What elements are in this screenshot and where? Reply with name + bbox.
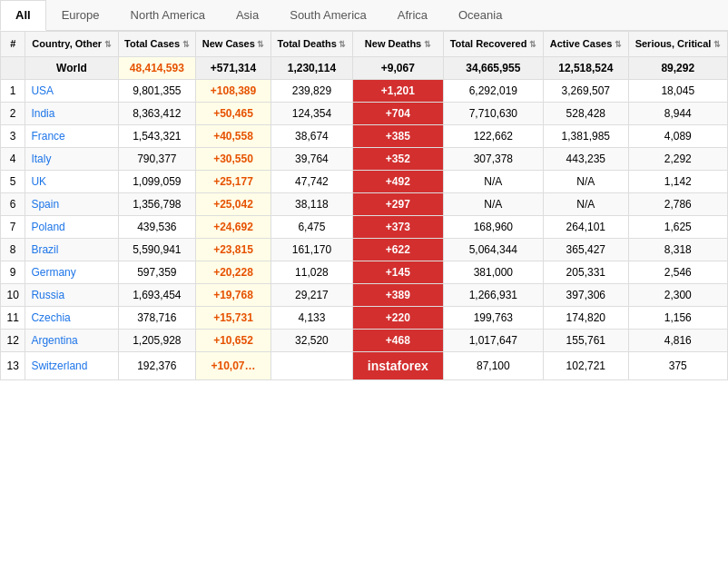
- nav-tab-africa[interactable]: Africa: [382, 0, 443, 30]
- nav-tab-asia[interactable]: Asia: [221, 0, 274, 30]
- country-link[interactable]: Czechia: [31, 311, 70, 324]
- col-header--: #: [1, 32, 25, 57]
- covid-table: #Country, OtherTotal CasesNew CasesTotal…: [0, 31, 728, 380]
- table-row: 1USA9,801,355+108,389239,829+1,2016,292,…: [1, 79, 728, 102]
- col-header-total-recovered[interactable]: Total Recovered: [443, 32, 543, 57]
- country-link[interactable]: Poland: [31, 221, 64, 233]
- world-row: World48,414,593+571,3141,230,114+9,06734…: [1, 56, 728, 79]
- nav-tab-north-america[interactable]: North America: [115, 0, 221, 30]
- country-link[interactable]: Italy: [31, 153, 51, 165]
- table-row: 13Switzerland192,376+10,07…instaforex87,…: [1, 351, 728, 379]
- table-row: 2India8,363,412+50,465124,354+7047,710,6…: [1, 102, 728, 124]
- table-row: 9Germany597,359+20,22811,028+145381,0002…: [1, 261, 728, 283]
- country-link[interactable]: Argentina: [31, 334, 77, 347]
- col-header-active-cases[interactable]: Active Cases: [544, 32, 629, 57]
- country-link[interactable]: Germany: [31, 266, 75, 279]
- country-link[interactable]: Spain: [31, 198, 59, 211]
- col-header-total-deaths[interactable]: Total Deaths: [271, 32, 352, 57]
- table-row: 10Russia1,693,454+19,76829,217+3891,266,…: [1, 283, 728, 306]
- col-header-new-deaths[interactable]: New Deaths: [352, 32, 443, 57]
- country-link[interactable]: Brazil: [31, 243, 58, 256]
- table-row: 5UK1,099,059+25,17747,742+492N/AN/A1,142: [1, 170, 728, 192]
- table-row: 12Argentina1,205,928+10,65232,520+4681,0…: [1, 329, 728, 351]
- country-link[interactable]: UK: [31, 175, 46, 188]
- country-link[interactable]: Switzerland: [31, 359, 87, 372]
- nav-tabs: AllEuropeNorth AmericaAsiaSouth AmericaA…: [0, 0, 728, 31]
- col-header-total-cases[interactable]: Total Cases: [118, 32, 196, 57]
- table-row: 7Poland439,536+24,6926,475+373168,960264…: [1, 215, 728, 238]
- table-row: 3France1,543,321+40,55838,674+385122,662…: [1, 124, 728, 147]
- table-row: 4Italy790,377+30,55039,764+352307,378443…: [1, 147, 728, 170]
- table-row: 6Spain1,356,798+25,04238,118+297N/AN/A2,…: [1, 192, 728, 215]
- col-header-serious-critical[interactable]: Serious, Critical: [628, 32, 727, 57]
- col-header-new-cases[interactable]: New Cases: [196, 32, 271, 57]
- table-row: 8Brazil5,590,941+23,815161,170+6225,064,…: [1, 238, 728, 261]
- country-link[interactable]: Russia: [31, 289, 64, 301]
- nav-tab-oceania[interactable]: Oceania: [443, 0, 517, 30]
- table-row: 11Czechia378,716+15,7314,133+220199,7631…: [1, 306, 728, 329]
- watermark: instaforex: [360, 357, 436, 375]
- nav-tab-south-america[interactable]: South America: [274, 0, 382, 30]
- country-link[interactable]: France: [31, 130, 64, 143]
- country-link[interactable]: India: [31, 107, 54, 120]
- country-link[interactable]: USA: [31, 84, 54, 97]
- nav-tab-all[interactable]: All: [0, 0, 46, 31]
- nav-tab-europe[interactable]: Europe: [46, 0, 115, 30]
- col-header-country-other[interactable]: Country, Other: [25, 32, 118, 57]
